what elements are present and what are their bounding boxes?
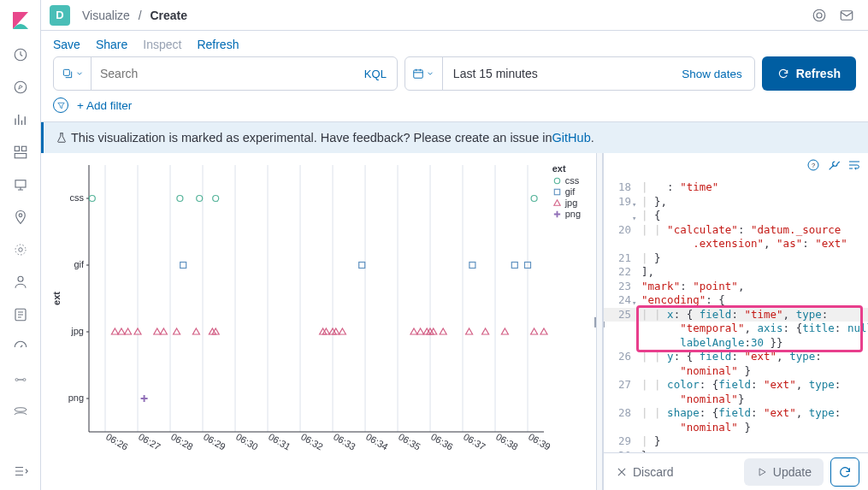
svg-text:06:38: 06:38 (494, 431, 520, 452)
play-icon (756, 466, 768, 478)
apm-icon[interactable] (12, 339, 29, 356)
svg-point-1 (15, 81, 27, 93)
wrap-icon[interactable] (847, 158, 861, 172)
reload-button[interactable] (830, 458, 859, 487)
close-icon (616, 466, 628, 478)
breadcrumb-current: Create (150, 9, 187, 22)
share-link[interactable]: Share (96, 38, 127, 51)
svg-rect-16 (63, 69, 69, 75)
svg-text:06:32: 06:32 (299, 431, 325, 452)
svg-text:06:31: 06:31 (267, 431, 292, 452)
calendar-icon (412, 68, 424, 80)
canvas-icon[interactable] (12, 176, 29, 193)
svg-point-55 (89, 196, 95, 202)
github-link[interactable]: GitHub (552, 131, 591, 145)
kql-toggle[interactable]: KQL (354, 57, 397, 90)
saved-query-toggle[interactable] (54, 57, 92, 90)
svg-rect-61 (359, 263, 365, 269)
wrench-icon[interactable] (827, 158, 841, 172)
infra-icon[interactable] (12, 274, 29, 291)
svg-text:06:37: 06:37 (462, 431, 487, 452)
kibana-logo (10, 10, 31, 31)
recent-icon[interactable] (12, 46, 29, 63)
svg-point-57 (197, 196, 203, 202)
svg-point-13 (813, 9, 825, 21)
svg-rect-2 (15, 146, 19, 151)
refresh-link[interactable]: Refresh (197, 38, 239, 51)
show-dates-link[interactable]: Show dates (670, 57, 754, 90)
svg-rect-3 (21, 146, 26, 151)
filter-icon[interactable] (53, 97, 68, 113)
expand-nav-icon[interactable] (12, 463, 29, 480)
breadcrumb: Visualize / Create (82, 9, 187, 22)
svg-text:css: css (70, 192, 85, 203)
svg-text:06:26: 06:26 (104, 431, 130, 452)
svg-point-56 (177, 196, 183, 202)
svg-text:06:29: 06:29 (202, 431, 227, 452)
save-link[interactable]: Save (53, 38, 80, 51)
code-editor[interactable]: 18| : "time"19▾| },▾| {20| | "calculate"… (604, 177, 868, 452)
svg-rect-66 (554, 189, 559, 194)
svg-text:06:34: 06:34 (364, 431, 390, 452)
svg-text:gif: gif (74, 259, 85, 269)
svg-text:06:39: 06:39 (527, 431, 552, 452)
refresh-icon (838, 465, 852, 479)
chevron-down-icon (75, 69, 84, 78)
refresh-button[interactable]: Refresh (762, 56, 856, 91)
legend-item[interactable]: png (552, 209, 581, 219)
svg-text:06:35: 06:35 (397, 431, 422, 452)
svg-rect-4 (15, 154, 27, 158)
discard-button[interactable]: Discard (616, 465, 673, 479)
svg-rect-62 (469, 263, 475, 269)
date-quick-select[interactable] (405, 57, 443, 90)
svg-point-8 (15, 245, 26, 255)
chart-legend: ext cssgifjpgpng (552, 163, 581, 220)
chevron-down-icon (426, 69, 434, 78)
top-header: D Visualize / Create (41, 0, 868, 31)
siem-icon[interactable] (12, 404, 29, 421)
svg-text:ext: ext (51, 292, 62, 305)
refresh-icon (777, 68, 789, 80)
svg-text:png: png (68, 393, 84, 403)
ml-icon[interactable] (12, 241, 29, 258)
query-bar: KQL Last 15 minutes Show dates Refresh (41, 56, 868, 97)
svg-text:06:27: 06:27 (137, 431, 162, 452)
svg-point-58 (213, 196, 219, 202)
callout-text: This visualization is marked as experime… (71, 131, 552, 145)
breadcrumb-root[interactable]: Visualize (82, 9, 130, 22)
visualize-icon[interactable] (12, 111, 29, 128)
newsfeed-icon[interactable] (812, 8, 827, 23)
svg-text:06:30: 06:30 (234, 431, 260, 452)
update-button[interactable]: Update (744, 458, 824, 486)
beaker-icon (56, 132, 68, 144)
svg-point-7 (18, 248, 22, 252)
mail-icon[interactable] (839, 8, 854, 23)
inspect-link: Inspect (143, 38, 181, 51)
code-editor-panel: ? 18| : "time"19▾| },▾| {20| | "calculat… (603, 153, 868, 490)
time-range-display[interactable]: Last 15 minutes (443, 57, 670, 90)
add-filter-link[interactable]: + Add filter (77, 99, 132, 112)
svg-text:06:28: 06:28 (169, 431, 195, 452)
space-avatar[interactable]: D (50, 5, 70, 26)
logs-icon[interactable] (12, 306, 29, 323)
svg-point-9 (18, 276, 23, 281)
resize-handle[interactable]: ❙❙ (596, 153, 603, 490)
legend-item[interactable]: jpg (552, 198, 581, 208)
discover-icon[interactable] (12, 79, 29, 96)
legend-title: ext (552, 163, 581, 174)
svg-text:?: ? (812, 162, 815, 169)
svg-point-6 (19, 214, 22, 217)
help-icon[interactable]: ? (806, 158, 820, 172)
svg-rect-60 (180, 263, 186, 269)
maps-icon[interactable] (12, 209, 29, 226)
uptime-icon[interactable] (12, 371, 29, 388)
visualization-panel: 06:2606:2706:2806:2906:3006:3106:3206:33… (41, 153, 596, 490)
legend-item[interactable]: css (552, 175, 581, 186)
svg-rect-15 (841, 10, 853, 20)
svg-text:jpg: jpg (70, 326, 84, 336)
legend-item[interactable]: gif (552, 186, 581, 197)
dashboard-icon[interactable] (12, 144, 29, 161)
search-input[interactable] (100, 67, 345, 80)
visualize-menu: Save Share Inspect Refresh (41, 31, 868, 56)
svg-rect-17 (414, 70, 423, 78)
